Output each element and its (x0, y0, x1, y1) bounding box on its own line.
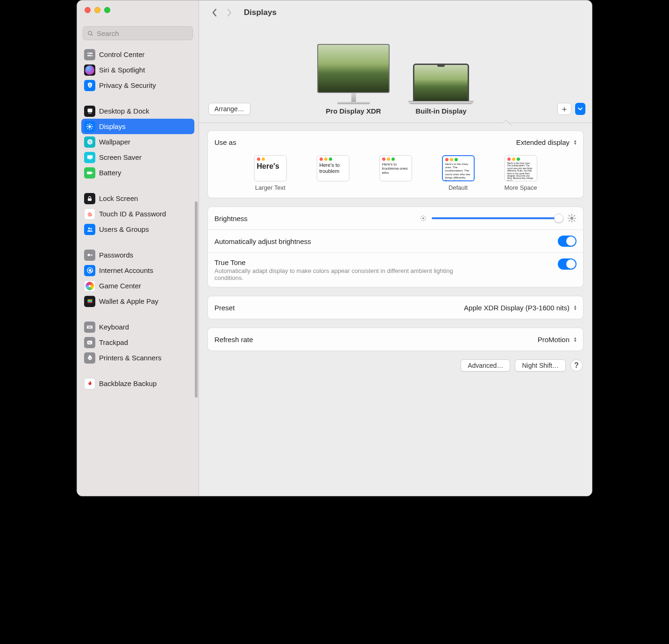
true-tone-description: Automatically adapt display to make colo… (214, 267, 476, 281)
scale-label: Default (433, 184, 484, 191)
plus-icon: ＋ (560, 103, 569, 114)
svg-point-18 (87, 141, 92, 143)
auto-brightness-label: Automatically adjust brightness (214, 237, 311, 245)
zoom-window-button[interactable] (104, 7, 110, 13)
display-options-button[interactable] (575, 103, 585, 115)
svg-rect-47 (89, 356, 91, 357)
minimize-window-button[interactable] (94, 7, 100, 13)
svg-line-1 (91, 34, 93, 36)
displays-icon (84, 121, 95, 132)
sidebar-item-wallet[interactable]: Wallet & Apple Pay (81, 293, 194, 309)
svg-line-55 (425, 220, 425, 220)
svg-line-14 (91, 128, 92, 129)
resolution-option-more-space[interactable]: Here's to the crazy ones. The troublemak… (495, 155, 547, 191)
resolution-option-default[interactable]: Here's to the crazy ones. The troublemak… (433, 155, 484, 191)
sidebar-item-users[interactable]: Users & Groups (81, 222, 194, 237)
preset-label: Preset (214, 304, 235, 312)
svg-rect-41 (90, 326, 91, 327)
use-as-label: Use as (214, 138, 236, 146)
advanced-button[interactable]: Advanced… (461, 359, 510, 372)
sidebar-item-privacy[interactable]: Privacy & Security (81, 78, 194, 93)
resolution-option-2[interactable]: Here's to troublem (307, 155, 359, 191)
sidebar-item-desktop-dock[interactable]: Desktop & Dock (81, 103, 194, 119)
sidebar-item-label: Lock Screen (99, 194, 138, 202)
sidebar-item-screen-saver[interactable]: Screen Saver (81, 150, 194, 165)
brightness-high-icon (567, 214, 576, 223)
resolution-option-larger-text[interactable]: Here's Larger Text (245, 155, 296, 191)
sidebar-item-passwords[interactable]: Passwords (81, 247, 194, 263)
svg-line-66 (574, 215, 575, 216)
svg-rect-21 (87, 155, 92, 159)
sidebar-item-battery[interactable]: Battery (81, 165, 194, 180)
touch-id-icon (84, 208, 95, 220)
true-tone-toggle[interactable] (558, 258, 576, 270)
search-input[interactable] (97, 29, 189, 37)
add-display-button[interactable]: ＋ (557, 103, 571, 115)
sidebar-item-label: Game Center (99, 282, 141, 290)
sidebar-item-label: Battery (99, 169, 121, 177)
updown-chevron-icon: ▴▾ (574, 305, 576, 310)
search-field[interactable] (83, 26, 193, 40)
privacy-icon (84, 80, 95, 91)
forward-button[interactable] (223, 6, 235, 20)
svg-rect-36 (87, 302, 92, 303)
chevron-left-icon (212, 8, 217, 17)
sidebar-item-backblaze[interactable]: Backblaze Backup (81, 376, 194, 391)
preset-select[interactable]: Apple XDR Display (P3-1600 nits) ▴▾ (464, 304, 576, 312)
svg-rect-29 (89, 255, 92, 255)
scale-label: More Space (495, 184, 547, 191)
sidebar-item-wallpaper[interactable]: Wallpaper (81, 134, 194, 150)
sidebar-item-label: Users & Groups (99, 225, 149, 233)
resolution-option-3[interactable]: Here's to troublema ones who (370, 155, 421, 191)
close-window-button[interactable] (85, 7, 91, 13)
sidebar-item-label: Wallpaper (99, 138, 130, 146)
sidebar-item-trackpad[interactable]: Trackpad (81, 335, 194, 350)
sidebar-item-label: Internet Accounts (99, 266, 153, 274)
desktop-dock-icon (84, 106, 95, 117)
brightness-label: Brightness (214, 215, 266, 222)
sidebar-item-keyboard[interactable]: Keyboard (81, 319, 194, 335)
use-as-select[interactable]: Extended display ▴▾ (516, 138, 576, 146)
svg-line-15 (87, 128, 88, 129)
refresh-rate-select[interactable]: ProMotion ▴▾ (538, 336, 576, 343)
sidebar-item-siri[interactable]: Siri & Spotlight (81, 62, 194, 78)
display-built-in[interactable]: Built-in Display (408, 64, 474, 115)
svg-rect-25 (88, 198, 92, 200)
svg-rect-39 (88, 326, 89, 327)
night-shift-button[interactable]: Night Shift… (515, 359, 566, 372)
brightness-slider[interactable] (432, 214, 562, 223)
arrange-button[interactable]: Arrange… (208, 103, 250, 115)
laptop-icon (413, 64, 469, 101)
sidebar-item-control-center[interactable]: Control Center (81, 47, 194, 62)
sidebar-item-internet-accounts[interactable]: Internet Accounts (81, 263, 194, 278)
sidebar-scrollbar[interactable] (195, 201, 198, 398)
refresh-rate-label: Refresh rate (214, 336, 253, 343)
sidebar-item-displays[interactable]: Displays (81, 119, 194, 134)
help-button[interactable]: ? (570, 359, 583, 372)
svg-point-0 (88, 31, 92, 35)
display-label: Built-in Display (408, 107, 474, 115)
auto-brightness-toggle[interactable] (558, 236, 576, 247)
display-pro-xdr[interactable]: Pro Display XDR (317, 44, 390, 115)
back-button[interactable] (208, 6, 221, 20)
svg-rect-42 (91, 326, 92, 327)
svg-line-56 (421, 220, 422, 220)
sidebar-item-label: Printers & Scanners (99, 354, 161, 362)
sidebar-item-printers[interactable]: Printers & Scanners (81, 350, 194, 365)
sidebar-item-lock-screen[interactable]: Lock Screen (81, 191, 194, 206)
sidebar-item-label: Keyboard (99, 323, 129, 331)
sidebar-item-touch-id[interactable]: Touch ID & Password (81, 206, 194, 222)
svg-rect-33 (87, 300, 92, 301)
sidebar-item-game-center[interactable]: Game Center (81, 278, 194, 293)
sidebar-item-label: Passwords (99, 251, 133, 259)
slider-thumb[interactable] (554, 214, 563, 223)
game-center-icon (84, 280, 95, 292)
svg-line-16 (91, 124, 92, 125)
sidebar-item-label: Wallet & Apple Pay (99, 297, 158, 305)
window-controls (77, 0, 199, 25)
display-label: Pro Display XDR (317, 107, 390, 115)
svg-line-57 (425, 216, 425, 217)
scale-label: Larger Text (245, 184, 296, 191)
chevron-down-icon (578, 107, 583, 111)
svg-rect-23 (87, 172, 92, 174)
